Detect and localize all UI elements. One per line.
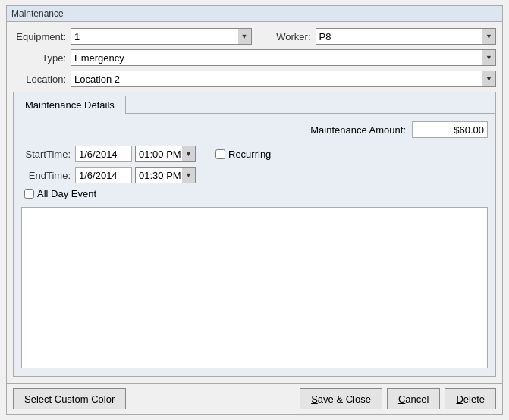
window-footer: Select Custom Color Save & Close Cancel … bbox=[7, 383, 502, 414]
equipment-select-wrapper: 1 ▼ bbox=[71, 28, 252, 45]
all-day-label: All Day Event bbox=[37, 188, 96, 199]
type-select-wrapper: Emergency ▼ bbox=[71, 49, 496, 66]
notes-textarea[interactable] bbox=[21, 207, 488, 368]
worker-select[interactable]: P8 bbox=[316, 28, 497, 45]
all-day-checkbox-label[interactable]: All Day Event bbox=[24, 188, 96, 199]
equipment-select[interactable]: 1 bbox=[71, 28, 252, 45]
tab-panel: Maintenance Details Maintenance Amount: … bbox=[13, 92, 496, 377]
worker-select-wrapper: P8 ▼ bbox=[316, 28, 497, 45]
start-date-input[interactable] bbox=[75, 146, 132, 162]
notes-input[interactable] bbox=[22, 208, 487, 368]
select-custom-color-button[interactable]: Select Custom Color bbox=[13, 388, 126, 409]
maintenance-amount-row: Maintenance Amount: bbox=[21, 121, 488, 138]
recurring-checkbox[interactable] bbox=[215, 149, 225, 159]
main-window: Maintenance Equipment: 1 ▼ Worker: P8 bbox=[6, 5, 503, 415]
worker-label: Worker: bbox=[258, 31, 311, 42]
window-title: Maintenance bbox=[11, 8, 64, 19]
location-row: Location: Location 2 ▼ bbox=[13, 71, 496, 87]
worker-section: Worker: P8 ▼ bbox=[258, 28, 497, 45]
all-day-checkbox[interactable] bbox=[24, 189, 34, 199]
window-body: Equipment: 1 ▼ Worker: P8 ▼ bbox=[7, 22, 502, 383]
recurring-label: Recurring bbox=[228, 149, 271, 160]
cancel-label: Cancel bbox=[398, 393, 429, 405]
tab-maintenance-details[interactable]: Maintenance Details bbox=[14, 96, 126, 114]
end-time-row: EndTime: 01:30 PM ▼ bbox=[21, 167, 488, 183]
tab-header: Maintenance Details bbox=[14, 92, 495, 114]
equipment-section: Equipment: 1 ▼ bbox=[13, 28, 252, 45]
end-time-select-wrapper: 01:30 PM ▼ bbox=[135, 167, 196, 183]
end-date-input[interactable] bbox=[75, 167, 132, 183]
maintenance-amount-input[interactable] bbox=[412, 121, 488, 138]
window-titlebar: Maintenance bbox=[7, 6, 502, 22]
start-time-select[interactable]: 01:00 PM bbox=[135, 146, 196, 162]
type-row: Type: Emergency ▼ bbox=[13, 49, 496, 66]
equipment-worker-row: Equipment: 1 ▼ Worker: P8 ▼ bbox=[13, 28, 496, 45]
type-select[interactable]: Emergency bbox=[71, 49, 496, 66]
end-time-select[interactable]: 01:30 PM bbox=[135, 167, 196, 183]
type-label: Type: bbox=[13, 52, 66, 64]
recurring-section: Recurring bbox=[215, 149, 271, 160]
end-label: EndTime: bbox=[21, 170, 71, 181]
tab-content: Maintenance Amount: StartTime: 01:00 PM … bbox=[14, 114, 495, 376]
start-time-inputs: 01:00 PM ▼ bbox=[75, 146, 196, 162]
recurring-checkbox-label[interactable]: Recurring bbox=[215, 149, 271, 160]
location-label: Location: bbox=[13, 74, 66, 85]
location-select-wrapper: Location 2 ▼ bbox=[71, 71, 496, 87]
equipment-label: Equipment: bbox=[13, 31, 66, 42]
save-close-button[interactable]: Save & Close bbox=[300, 388, 382, 409]
save-close-label: Save & Close bbox=[311, 393, 371, 405]
delete-label: Delete bbox=[456, 393, 485, 405]
maintenance-amount-label: Maintenance Amount: bbox=[310, 124, 406, 136]
location-select[interactable]: Location 2 bbox=[71, 71, 496, 87]
all-day-row: All Day Event bbox=[24, 188, 488, 199]
start-time-row: StartTime: 01:00 PM ▼ Recu bbox=[21, 146, 488, 162]
delete-button[interactable]: Delete bbox=[445, 388, 496, 409]
end-time-inputs: 01:30 PM ▼ bbox=[75, 167, 196, 183]
start-time-select-wrapper: 01:00 PM ▼ bbox=[135, 146, 196, 162]
select-custom-color-label: Select Custom Color bbox=[24, 393, 115, 405]
start-label: StartTime: bbox=[21, 149, 71, 160]
cancel-button[interactable]: Cancel bbox=[387, 388, 440, 409]
